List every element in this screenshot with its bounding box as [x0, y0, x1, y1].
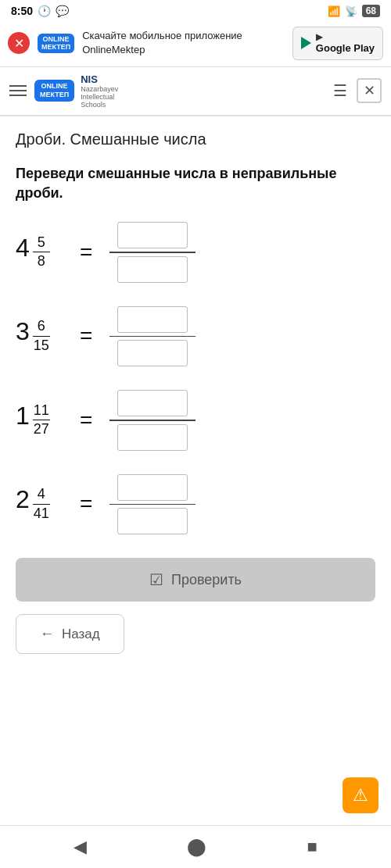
mixed-number-3: 1 11 27	[16, 403, 63, 438]
frac-bar-4	[33, 504, 50, 505]
mixed-number-1: 4 5 8	[16, 235, 63, 270]
nav-logos: ONLINE МЕКТЕП NIS Nazarbayev Intellectua…	[34, 73, 325, 109]
task-instruction: Переведи смешанные числа в неправильные …	[16, 164, 375, 203]
nis-logo: NIS Nazarbayev Intellectual Schools	[81, 73, 118, 109]
denominator-3: 27	[34, 422, 49, 438]
status-bar: 8:50 🕐 💬 📶 📡 68	[0, 0, 391, 20]
bottom-nav: ◀ ⬤ ■	[0, 825, 391, 868]
check-icon: ☑	[149, 570, 163, 589]
bottom-back-button[interactable]: ◀	[66, 834, 95, 860]
google-play-icon	[301, 37, 311, 49]
online-mektep-logo: ONLINE МЕКТЕП	[34, 80, 74, 102]
equals-2: =	[80, 323, 92, 348]
answer-2	[109, 306, 196, 367]
mixed-number-2: 3 6 15	[16, 319, 63, 354]
answer-1	[109, 222, 196, 283]
back-button[interactable]: ← Назад	[16, 614, 124, 654]
answer-input-bot-2[interactable]	[117, 340, 188, 366]
answer-input-top-2[interactable]	[117, 306, 188, 333]
frac-bar-3	[33, 420, 50, 420]
alert-badge[interactable]: ⚠	[343, 777, 378, 813]
frac-bar-1	[33, 252, 50, 252]
equals-1: =	[80, 240, 92, 265]
whole-4: 2	[16, 487, 30, 512]
numerator-2: 6	[38, 319, 45, 334]
whole-2: 3	[16, 319, 30, 344]
answer-4	[109, 474, 196, 535]
answer-line-2	[109, 336, 196, 338]
section-title: Дроби. Смешанные числа	[16, 130, 375, 148]
whole-1: 4	[16, 235, 30, 260]
banner-description: Скачайте мобильное приложение OnlineMekt…	[82, 29, 285, 57]
list-view-icon[interactable]: ☰	[333, 81, 347, 100]
whole-3: 1	[16, 403, 30, 428]
check-button-label: Проверить	[171, 572, 242, 588]
answer-line-1	[109, 252, 196, 253]
google-play-label: ▶ Google Play	[316, 32, 375, 55]
banner-logo-text: ONLINE МЕКТЕП	[38, 34, 74, 54]
clock-icon: 🕐	[38, 5, 51, 17]
main-content: Дроби. Смешанные числа Переведи смешанны…	[0, 116, 391, 670]
hamburger-menu[interactable]	[9, 85, 27, 96]
frac-part-2: 6 15	[33, 319, 50, 354]
whatsapp-icon: 💬	[56, 5, 69, 17]
promo-banner: ✕ ONLINE МЕКТЕП Скачайте мобильное прило…	[0, 20, 391, 67]
answer-3	[109, 390, 196, 451]
answer-input-bot-1[interactable]	[117, 256, 188, 283]
denominator-2: 15	[34, 338, 49, 354]
answer-input-bot-3[interactable]	[117, 424, 188, 451]
back-arrow-icon: ←	[40, 626, 54, 642]
frac-bar-2	[33, 336, 50, 337]
bottom-square-button[interactable]: ■	[300, 834, 325, 860]
signal-icon: 📶	[328, 5, 340, 17]
banner-logo: ONLINE МЕКТЕП	[38, 34, 74, 54]
wifi-icon: 📡	[345, 5, 357, 17]
frac-part-4: 4 41	[33, 487, 50, 522]
answer-input-top-3[interactable]	[117, 390, 188, 416]
mixed-number-4: 2 4 41	[16, 487, 63, 522]
nav-right: ☰ ✕	[333, 78, 382, 103]
nav-bar: ONLINE МЕКТЕП NIS Nazarbayev Intellectua…	[0, 67, 391, 116]
back-button-label: Назад	[62, 627, 100, 642]
google-play-button[interactable]: ▶ Google Play	[292, 27, 383, 60]
numerator-1: 5	[38, 235, 45, 251]
answer-line-4	[109, 504, 196, 505]
frac-part-1: 5 8	[33, 235, 50, 270]
answer-input-top-1[interactable]	[117, 222, 188, 248]
status-time: 8:50	[11, 5, 33, 17]
equals-3: =	[80, 408, 92, 433]
bottom-home-button[interactable]: ⬤	[179, 834, 214, 860]
answer-input-top-4[interactable]	[117, 474, 188, 501]
numerator-3: 11	[34, 403, 49, 419]
fraction-row-1: 4 5 8 =	[16, 222, 375, 283]
answer-input-bot-4[interactable]	[117, 508, 188, 534]
frac-part-3: 11 27	[33, 403, 50, 438]
buttons-section: ☑ Проверить ← Назад	[16, 558, 375, 654]
denominator-1: 8	[38, 254, 45, 270]
fraction-row-4: 2 4 41 =	[16, 474, 375, 535]
status-right: 📶 📡 68	[328, 5, 380, 17]
fraction-row-3: 1 11 27 =	[16, 390, 375, 451]
denominator-4: 41	[34, 506, 49, 522]
answer-line-3	[109, 420, 196, 421]
numerator-4: 4	[38, 487, 45, 502]
check-button[interactable]: ☑ Проверить	[16, 558, 375, 602]
equals-4: =	[80, 491, 92, 516]
banner-close-button[interactable]: ✕	[8, 32, 30, 54]
fraction-row-2: 3 6 15 =	[16, 306, 375, 367]
battery-level: 68	[362, 5, 380, 17]
nav-close-button[interactable]: ✕	[357, 78, 382, 103]
